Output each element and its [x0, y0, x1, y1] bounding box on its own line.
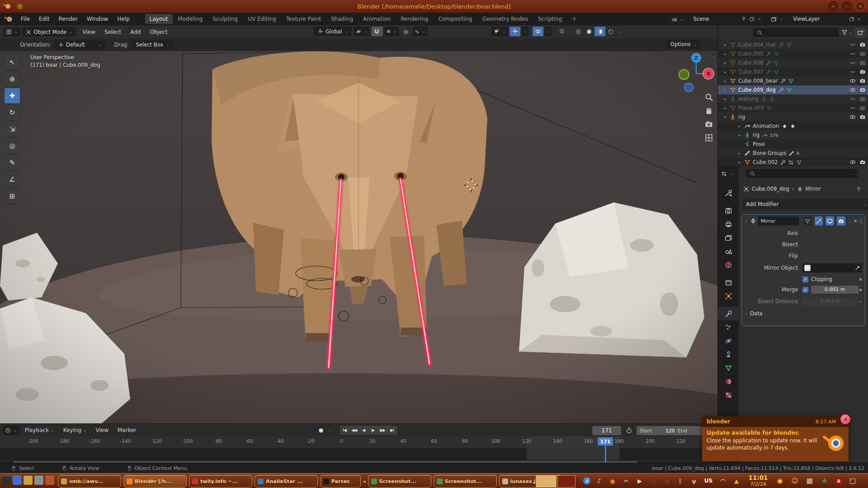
modifier-extras-dropdown[interactable]: ⌄: [848, 219, 852, 223]
playback-jump-end-button[interactable]: ▶I: [387, 426, 397, 435]
hide-in-viewport-toggle[interactable]: [849, 96, 856, 102]
taskbar-quicklaunch-icon-1[interactable]: [2, 476, 11, 485]
tab-object-data[interactable]: [718, 361, 739, 375]
browser-tray-icon[interactable]: ●: [608, 476, 618, 486]
transform-tool[interactable]: ◎: [5, 138, 20, 154]
disable-in-renders-toggle[interactable]: [859, 114, 866, 120]
expand-arrow-icon[interactable]: ▸: [724, 70, 730, 74]
gizmos-dropdown[interactable]: ⌄: [522, 27, 529, 36]
menu-edit[interactable]: Edit: [34, 14, 54, 24]
viewport-menu-add[interactable]: Add: [126, 27, 145, 37]
gizmo-minus-z-axis[interactable]: [684, 83, 693, 92]
tab-world[interactable]: [718, 258, 739, 272]
merge-checkbox[interactable]: ✓: [802, 287, 808, 293]
expand-arrow-icon[interactable]: ▾: [724, 115, 730, 119]
expand-arrow-icon[interactable]: ▸: [724, 97, 730, 101]
tab-collection[interactable]: [718, 276, 739, 289]
outliner-search[interactable]: [753, 28, 839, 37]
workspace-tab-scripting[interactable]: Scripting: [533, 14, 566, 24]
disable-in-renders-toggle[interactable]: [859, 69, 866, 75]
xray-toggle[interactable]: [557, 27, 568, 36]
disable-in-renders-toggle[interactable]: [859, 60, 866, 66]
falloff-dropdown[interactable]: ∿⌄: [413, 27, 428, 36]
frame-start-field[interactable]: Start120: [637, 426, 678, 435]
playback-prev-frame-button[interactable]: ◀: [359, 426, 368, 435]
unlink-scene-icon[interactable]: ✕: [757, 17, 761, 22]
hide-in-viewport-toggle[interactable]: [849, 60, 856, 66]
taskbar-app-5[interactable]: Parsec: [320, 475, 361, 488]
playback-prev-key-button[interactable]: ◀◀: [349, 426, 359, 435]
new-workspace-button[interactable]: +: [567, 14, 581, 24]
disable-in-renders-toggle[interactable]: [859, 105, 866, 111]
taskbar-app-6[interactable]: Screenshot...: [368, 475, 431, 488]
scale-tool[interactable]: ⇲: [5, 122, 20, 137]
workspace-tab-layout[interactable]: Layout: [145, 14, 173, 24]
timeline-menu-playback[interactable]: Playback ⌄: [20, 425, 59, 435]
show-in-editmode-toggle[interactable]: [815, 216, 823, 225]
plant-icon[interactable]: ♣: [820, 476, 830, 486]
play-tray-icon[interactable]: ▶: [635, 476, 645, 486]
outliner-row-cube-008-bear[interactable]: ▸Cube.008_bear: [718, 76, 868, 85]
viewport-menu-object[interactable]: Object: [145, 27, 172, 37]
breadcrumb-object[interactable]: Cube.009_dog: [752, 186, 789, 192]
merge-threshold-field[interactable]: 0.001 m: [811, 286, 859, 294]
shading-wireframe-button[interactable]: [573, 27, 584, 36]
expand-arrow-icon[interactable]: ▸: [724, 61, 730, 65]
hide-in-viewport-toggle[interactable]: [849, 159, 856, 165]
proportional-editing-toggle[interactable]: ◎: [401, 27, 411, 36]
outliner-filter-dropdown[interactable]: ⌄: [841, 29, 852, 36]
disable-in-renders-toggle[interactable]: [859, 51, 866, 57]
collapse-modifier-icon[interactable]: ⌄: [745, 219, 748, 223]
transform-orientation-dropdown[interactable]: Global⌄: [314, 27, 352, 36]
smiley-icon[interactable]: ☺: [790, 476, 800, 486]
color-swatch-1[interactable]: [536, 475, 557, 488]
tab-output[interactable]: [718, 217, 739, 231]
properties-search-options[interactable]: ⌄: [854, 170, 858, 176]
hide-in-viewport-toggle[interactable]: [849, 69, 856, 75]
use-preview-range-icon[interactable]: [626, 427, 632, 434]
show-in-render-toggle[interactable]: [837, 216, 845, 225]
workspace-tab-modeling[interactable]: Modeling: [174, 14, 208, 24]
keyboard-layout-indicator[interactable]: US: [703, 476, 714, 486]
tab-view-layer[interactable]: [718, 231, 739, 244]
tab-modifiers[interactable]: [718, 307, 739, 320]
viewport-camera-view-icon[interactable]: [704, 120, 713, 130]
gizmo-x-axis[interactable]: X: [703, 69, 713, 79]
add-cube-tool[interactable]: ⊞: [5, 188, 20, 204]
overlays-toggle[interactable]: [533, 27, 543, 36]
tab-particles[interactable]: [718, 320, 739, 334]
hide-in-viewport-toggle[interactable]: [849, 78, 856, 84]
expand-arrow-icon[interactable]: ▸: [739, 160, 744, 164]
tab-render[interactable]: [718, 204, 739, 217]
viewlayer-selector[interactable]: ViewLayer ✕: [789, 14, 864, 23]
workspace-tab-texture-paint[interactable]: Texture Paint: [282, 14, 326, 24]
viewport-ortho-grid-icon[interactable]: [704, 133, 713, 144]
menu-help[interactable]: Help: [113, 14, 134, 24]
show-in-viewport-toggle[interactable]: [826, 216, 834, 225]
auto-keying-toggle[interactable]: ●: [316, 426, 326, 435]
properties-search[interactable]: [746, 169, 858, 178]
taskbar-clock[interactable]: 11:01 7/2/24: [744, 474, 773, 487]
outliner-row-plane-003[interactable]: ▸Plane.003: [718, 103, 868, 113]
outliner-row-rig[interactable]: ▸rig579: [718, 131, 868, 140]
drag-dropdown[interactable]: Select Box⌄: [132, 40, 173, 49]
expand-arrow-icon[interactable]: ▸: [739, 151, 744, 155]
disable-in-renders-toggle[interactable]: [859, 42, 866, 48]
calculator-icon[interactable]: ▦: [805, 476, 815, 486]
taskbar-quicklaunch-icon-5[interactable]: [45, 476, 54, 485]
taskbar-app-1[interactable]: smb://awv...: [58, 475, 121, 488]
menu-window[interactable]: Window: [82, 14, 113, 24]
workspace-tab-sculpting[interactable]: Sculpting: [208, 14, 242, 24]
hide-in-viewport-toggle[interactable]: [849, 51, 856, 57]
overlays-dropdown[interactable]: ⌄: [545, 27, 552, 36]
taskbar-app-4[interactable]: AnalieStar ...: [255, 475, 318, 488]
clipping-animate-dot[interactable]: [859, 278, 862, 281]
close-button[interactable]: ✕: [855, 1, 865, 11]
taskbar-app-7[interactable]: Screenshot...: [434, 475, 497, 488]
timeline-menu-view[interactable]: View: [91, 425, 113, 435]
taskbar-quicklaunch-icon-3[interactable]: [24, 476, 33, 485]
viewport-zoom-icon[interactable]: [704, 93, 713, 103]
expand-arrow-icon[interactable]: ▸: [724, 52, 730, 56]
snap-toggle[interactable]: [372, 27, 382, 36]
viewlayer-type-dropdown[interactable]: ⌄: [767, 14, 787, 23]
